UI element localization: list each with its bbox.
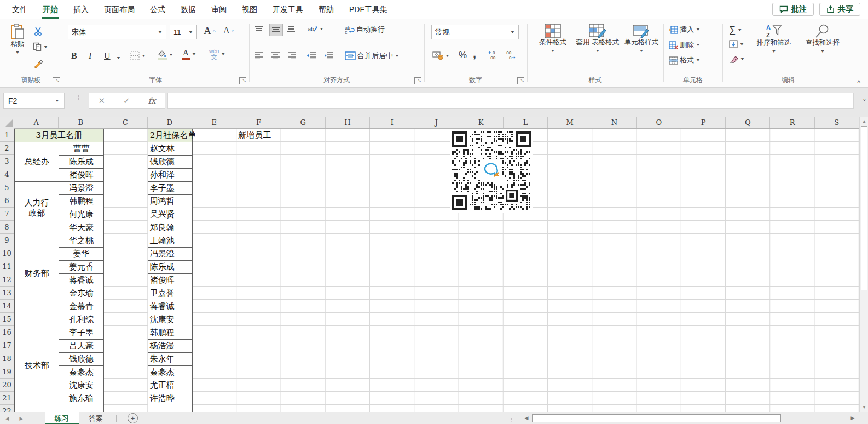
cell-B5[interactable]: 冯景澄 (59, 181, 103, 195)
cell-B8[interactable]: 华天豪 (59, 221, 103, 234)
align-right-button[interactable] (288, 52, 296, 59)
format-cells-button[interactable]: 格式 ▼ (669, 55, 701, 65)
column-header-R[interactable]: R (770, 117, 814, 128)
column-header-E[interactable]: E (192, 117, 236, 128)
bold-button[interactable]: B (71, 51, 77, 61)
decrease-decimal-button[interactable]: .00 0 (505, 50, 517, 60)
row-header-7[interactable]: 7 (0, 208, 14, 221)
column-header-G[interactable]: G (281, 117, 326, 128)
cell-D19[interactable]: 秦豪杰 (148, 365, 193, 379)
row-header-15[interactable]: 15 (0, 313, 14, 326)
find-select-button[interactable]: 查找和选择 ▼ (799, 24, 846, 55)
row-header-9[interactable]: 9 (0, 234, 14, 247)
insert-cells-button[interactable]: 插入 ▼ (669, 25, 701, 35)
cell-F1[interactable]: 新增员工 (236, 129, 281, 142)
cancel-button[interactable]: ✕ (98, 96, 105, 106)
orientation-button[interactable]: ab ▼ (308, 25, 324, 33)
menu-tab-insert[interactable]: 插入 (66, 1, 96, 19)
decrease-indent-button[interactable] (306, 52, 316, 59)
menu-tab-formulas[interactable]: 公式 (142, 1, 173, 19)
font-dialog-launcher[interactable]: ↘ (239, 77, 246, 84)
cell-B13[interactable]: 金东瑜 (59, 287, 103, 300)
select-all-corner[interactable] (0, 117, 14, 129)
row-header-21[interactable]: 21 (0, 392, 14, 405)
horizontal-scrollbar[interactable]: ◀ ▶ (522, 414, 857, 422)
font-color-button[interactable]: A ▼ (182, 49, 196, 60)
row-header-5[interactable]: 5 (0, 181, 14, 194)
format-painter-button[interactable] (34, 59, 44, 68)
row-header-10[interactable]: 10 (0, 247, 14, 260)
cut-button[interactable] (34, 27, 43, 36)
row-header-11[interactable]: 11 (0, 260, 14, 273)
cell-B10[interactable]: 姜华 (59, 247, 103, 261)
cell-B4[interactable]: 褚俊晖 (59, 168, 103, 182)
new-sheet-button[interactable]: + (128, 413, 138, 423)
align-left-button[interactable] (255, 52, 263, 59)
menu-tab-help[interactable]: 帮助 (311, 1, 342, 19)
row-header-18[interactable]: 18 (0, 352, 14, 365)
column-header-F[interactable]: F (236, 117, 281, 128)
cells-area[interactable]: 3月员工名册2月社保名单新增员工总经办人力行政部财务部技术部曹曹陈乐成褚俊晖冯景… (14, 129, 859, 412)
clipboard-dialog-launcher[interactable]: ↘ (53, 77, 60, 84)
cell-D14[interactable]: 蒋睿诚 (148, 300, 193, 313)
cell-D12[interactable]: 褚俊晖 (148, 273, 193, 287)
menu-tab-view[interactable]: 视图 (234, 1, 265, 19)
cell-A1[interactable]: 3月员工名册 (14, 129, 104, 142)
font-size-combo[interactable]: 11▼ (170, 25, 197, 39)
cell-D8[interactable]: 郑良翰 (148, 221, 193, 234)
menu-tab-review[interactable]: 审阅 (204, 1, 234, 19)
cell-D21[interactable]: 许浩晔 (148, 392, 193, 405)
sort-filter-button[interactable]: A Z 排序和筛选 ▼ (751, 24, 797, 55)
menu-tab-developer[interactable]: 开发工具 (265, 1, 311, 19)
autosum-button[interactable]: ∑ ▼ (729, 25, 742, 36)
align-middle-button[interactable] (269, 24, 283, 36)
cell-D5[interactable]: 李子墨 (148, 181, 193, 195)
cell-B12[interactable]: 蒋睿诚 (59, 273, 103, 287)
cell-B6[interactable]: 韩鹏程 (59, 194, 103, 208)
row-header-22[interactable]: 22 (0, 405, 14, 412)
phonetic-guide-button[interactable]: wén文 ▼ (209, 49, 225, 60)
cell-D18[interactable]: 朱永年 (148, 352, 193, 366)
cell-D4[interactable]: 孙和泽 (148, 168, 193, 182)
column-header-B[interactable]: B (59, 117, 103, 128)
column-header-L[interactable]: L (504, 117, 548, 128)
cell-D15[interactable]: 沈康安 (148, 313, 193, 326)
row-header-16[interactable]: 16 (0, 326, 14, 339)
expand-formula-bar-button[interactable]: ˅ (863, 98, 866, 102)
percent-style-button[interactable]: % (459, 50, 467, 61)
cell-D9[interactable]: 王翰池 (148, 234, 193, 248)
menu-tab-home[interactable]: 开始 (35, 1, 66, 19)
column-header-Q[interactable]: Q (726, 117, 770, 128)
cell-D20[interactable]: 尤正梧 (148, 379, 193, 392)
row-header-3[interactable]: 3 (0, 155, 14, 168)
cell-B3[interactable]: 陈乐成 (59, 155, 103, 169)
align-bottom-button[interactable] (287, 26, 295, 33)
name-box[interactable]: F2 ▼ (3, 93, 65, 109)
cell-B9[interactable]: 华之桃 (59, 234, 103, 248)
column-header-S[interactable]: S (815, 117, 859, 128)
borders-button[interactable]: ▼ (130, 51, 146, 60)
cell-D1[interactable]: 2月社保名单 (148, 129, 193, 142)
formula-input[interactable] (167, 93, 854, 109)
row-header-17[interactable]: 17 (0, 339, 14, 352)
column-header-D[interactable]: D (148, 117, 192, 128)
sheet-tab-lianxi[interactable]: 练习 (45, 412, 79, 424)
underline-dropdown[interactable]: ▼ (116, 56, 121, 60)
vertical-scroll-thumb[interactable] (861, 126, 867, 290)
cell-B2[interactable]: 曹曹 (59, 142, 103, 156)
cell-B21[interactable]: 施东瑜 (59, 392, 103, 405)
row-header-13[interactable]: 13 (0, 287, 14, 300)
tab-split-grip[interactable]: ⁞ (511, 419, 512, 421)
grow-font-button[interactable]: A˄ (204, 25, 216, 37)
enter-button[interactable]: ✓ (123, 96, 130, 106)
cell-B7[interactable]: 何光康 (59, 208, 103, 221)
comma-style-button[interactable]: , (473, 47, 476, 61)
cell-D6[interactable]: 周鸿哲 (148, 194, 193, 208)
cell-A15-dept[interactable]: 技术部 (14, 313, 59, 412)
fill-button[interactable]: ▼ (729, 40, 744, 48)
comments-button[interactable]: 批注 (772, 3, 814, 16)
column-header-P[interactable]: P (681, 117, 726, 128)
row-header-20[interactable]: 20 (0, 379, 14, 392)
row-header-1[interactable]: 1 (0, 129, 14, 142)
cell-D7[interactable]: 吴兴贤 (148, 208, 193, 221)
